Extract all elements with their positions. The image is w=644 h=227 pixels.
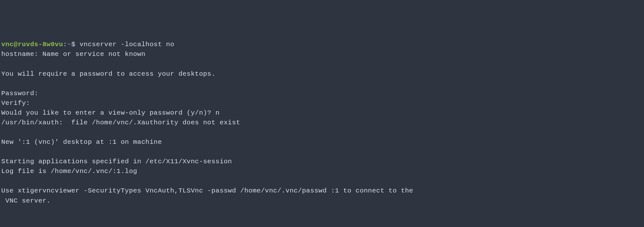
output-line: hostname: Name or service not known: [1, 51, 146, 58]
output-line: /usr/bin/xauth: file /home/vnc/.Xauthori…: [1, 119, 240, 126]
output-line: Log file is /home/vnc/.vnc/:1.log: [1, 168, 137, 175]
output-line: Starting applications specified in /etc/…: [1, 158, 232, 165]
output-line: Use xtigervncviewer -SecurityTypes VncAu…: [1, 187, 413, 194]
output-line: Would you like to enter a view-only pass…: [1, 109, 219, 116]
prompt-path: ~: [67, 41, 71, 48]
prompt-sep1: :: [63, 41, 67, 48]
prompt-user-host: vnc@ruvds-8w0vu: [1, 41, 63, 48]
output-line: VNC server.: [1, 197, 51, 204]
output-line: New ':1 (vnc)' desktop at :1 on machine: [1, 138, 162, 146]
command-text: vncserver -localhost no: [80, 41, 174, 48]
prompt-sep2: $: [71, 41, 80, 48]
output-line: Password:: [1, 90, 38, 97]
output-line: You will require a password to access yo…: [1, 70, 215, 78]
output-line: Verify:: [1, 100, 30, 107]
terminal-output[interactable]: vnc@ruvds-8w0vu:~$ vncserver -localhost …: [1, 40, 643, 205]
prompt-line: vnc@ruvds-8w0vu:~$ vncserver -localhost …: [1, 41, 174, 48]
